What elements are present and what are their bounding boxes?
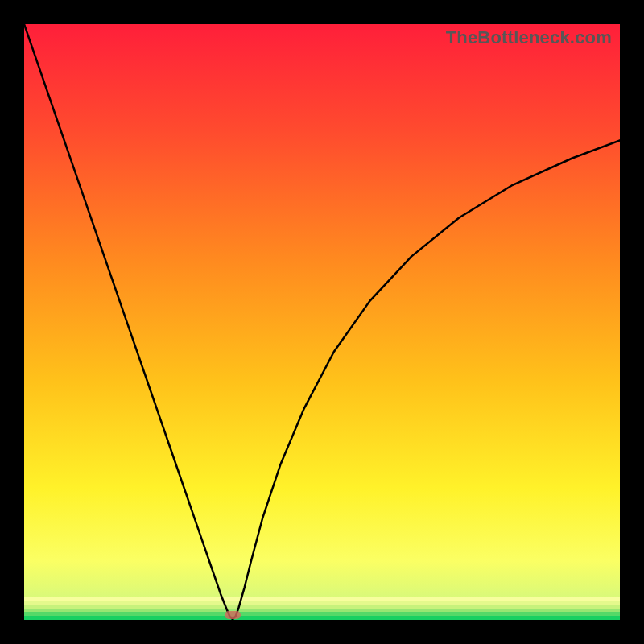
plot-area: TheBottleneck.com — [24, 24, 620, 620]
minimum-marker — [225, 611, 241, 619]
attribution-text: TheBottleneck.com — [446, 27, 612, 48]
bottleneck-curve — [24, 24, 620, 620]
outer-frame: TheBottleneck.com — [0, 0, 644, 644]
